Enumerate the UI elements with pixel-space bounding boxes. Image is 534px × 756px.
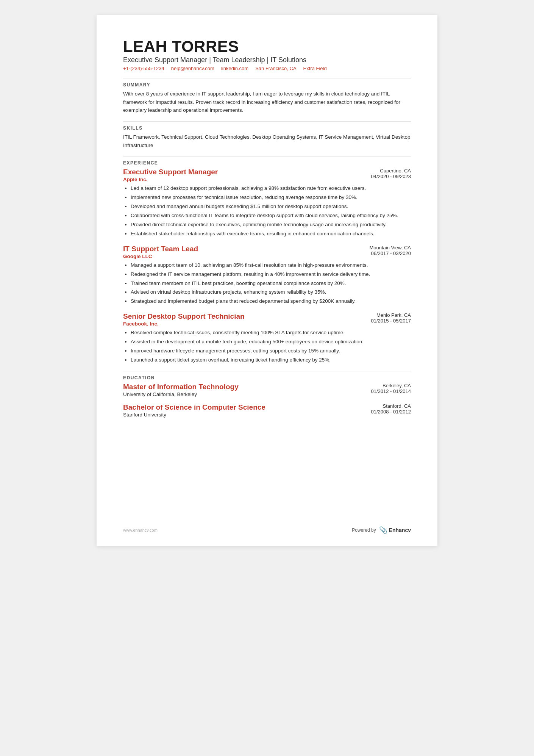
contact-location: San Francisco, CA — [255, 66, 296, 71]
edu-dates-0: 01/2012 - 01/2014 — [371, 388, 411, 394]
footer-url: www.enhancv.com — [123, 528, 158, 532]
footer-right: Powered by 📎 Enhancv — [352, 526, 411, 534]
exp-bullet-1-3: Advised on virtual desktop infrastructur… — [131, 288, 411, 296]
exp-bullet-0-2: Developed and managed annual budgets exc… — [131, 203, 411, 211]
edu-location-0: Berkeley, CA — [371, 383, 411, 388]
exp-bullets-2: Resolved complex technical issues, consi… — [123, 329, 411, 364]
exp-bullet-0-1: Implemented new processes for technical … — [131, 194, 411, 202]
summary-body: With over 8 years of experience in IT su… — [123, 90, 411, 114]
skills-divider — [123, 121, 411, 122]
exp-bullet-2-1: Assisted in the development of a mobile … — [131, 338, 411, 346]
edu-dates-1: 01/2008 - 01/2012 — [371, 409, 411, 415]
experience-section: EXPERIENCE Executive Support ManagerAppl… — [123, 156, 411, 364]
resume-page: LEAH TORRES Executive Support Manager | … — [97, 15, 437, 546]
exp-bullet-1-4: Strategized and implemented budget plans… — [131, 297, 411, 305]
exp-company-0: Apple Inc. — [123, 177, 218, 182]
candidate-tagline: Executive Support Manager | Team Leaders… — [123, 56, 411, 64]
exp-company-1: Google LLC — [123, 254, 198, 259]
edu-degree-1: Bachelor of Science in Computer Science — [123, 403, 265, 412]
skills-section: SKILLS ITIL Framework, Technical Support… — [123, 121, 411, 149]
powered-by-label: Powered by — [352, 527, 376, 533]
enhancv-logo: 📎 Enhancv — [379, 526, 411, 534]
edu-entry-0: Master of Information TechnologyUniversi… — [123, 383, 411, 397]
exp-bullet-1-2: Trained team members on ITIL best practi… — [131, 280, 411, 288]
exp-bullet-0-3: Collaborated with cross-functional IT te… — [131, 212, 411, 220]
education-divider — [123, 371, 411, 371]
experience-entries: Executive Support ManagerApple Inc.Cuper… — [123, 168, 411, 364]
exp-title-2: Senior Desktop Support Technician — [123, 312, 245, 321]
edu-school-1: Stanford University — [123, 412, 265, 418]
education-title: EDUCATION — [123, 375, 411, 380]
exp-location-2: Menlo Park, CA — [371, 312, 411, 318]
logo-icon: 📎 — [379, 526, 387, 534]
contact-linkedin: linkedin.com — [221, 66, 248, 71]
education-section: EDUCATION Master of Information Technolo… — [123, 371, 411, 418]
skills-body: ITIL Framework, Technical Support, Cloud… — [123, 133, 411, 149]
exp-bullet-2-0: Resolved complex technical issues, consi… — [131, 329, 411, 337]
exp-dates-2: 01/2015 - 05/2017 — [371, 318, 411, 324]
exp-bullets-0: Led a team of 12 desktop support profess… — [123, 185, 411, 238]
candidate-name: LEAH TORRES — [123, 38, 411, 55]
exp-bullet-2-2: Improved hardware lifecycle management p… — [131, 347, 411, 355]
contact-phone: +1-(234)-555-1234 — [123, 66, 164, 71]
exp-title-0: Executive Support Manager — [123, 168, 218, 176]
skills-title: SKILLS — [123, 125, 411, 131]
exp-company-2: Facebook, Inc. — [123, 321, 245, 327]
exp-location-0: Cupertino, CA — [371, 168, 411, 174]
exp-bullet-1-0: Managed a support team of 10, achieving … — [131, 261, 411, 269]
edu-school-0: University of California, Berkeley — [123, 391, 239, 397]
contact-row: +1-(234)-555-1234 help@enhancv.com linke… — [123, 66, 411, 71]
experience-entry-1: IT Support Team LeadGoogle LLCMountain V… — [123, 245, 411, 306]
exp-bullet-0-4: Provided direct technical expertise to e… — [131, 221, 411, 229]
exp-dates-0: 04/2020 - 09/2023 — [371, 174, 411, 179]
experience-entry-2: Senior Desktop Support TechnicianFaceboo… — [123, 312, 411, 364]
exp-location-1: Mountain View, CA — [369, 245, 411, 250]
education-entries: Master of Information TechnologyUniversi… — [123, 383, 411, 418]
edu-degree-0: Master of Information Technology — [123, 383, 239, 391]
contact-extra: Extra Field — [303, 66, 327, 71]
summary-section: SUMMARY With over 8 years of experience … — [123, 78, 411, 114]
footer: www.enhancv.com Powered by 📎 Enhancv — [123, 526, 411, 534]
exp-title-1: IT Support Team Lead — [123, 245, 198, 253]
summary-divider — [123, 78, 411, 78]
exp-dates-1: 06/2017 - 03/2020 — [369, 250, 411, 256]
experience-entry-0: Executive Support ManagerApple Inc.Cuper… — [123, 168, 411, 238]
exp-bullet-0-5: Established stakeholder relationships wi… — [131, 230, 411, 238]
edu-location-1: Stanford, CA — [371, 403, 411, 409]
experience-divider — [123, 156, 411, 157]
edu-entry-1: Bachelor of Science in Computer ScienceS… — [123, 403, 411, 418]
exp-bullet-2-3: Launched a support ticket system overhau… — [131, 356, 411, 364]
header: LEAH TORRES Executive Support Manager | … — [123, 38, 411, 71]
exp-bullets-1: Managed a support team of 10, achieving … — [123, 261, 411, 306]
exp-bullet-0-0: Led a team of 12 desktop support profess… — [131, 185, 411, 193]
summary-title: SUMMARY — [123, 82, 411, 88]
contact-email: help@enhancv.com — [171, 66, 214, 71]
experience-title: EXPERIENCE — [123, 160, 411, 166]
brand-name: Enhancv — [389, 527, 411, 533]
exp-bullet-1-1: Redesigned the IT service management pla… — [131, 271, 411, 279]
